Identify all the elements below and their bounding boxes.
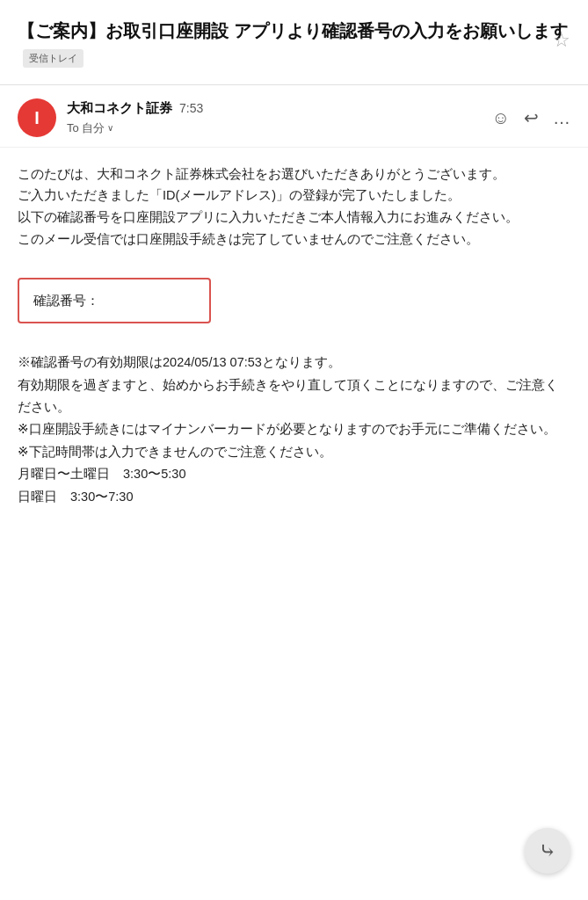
avatar: I [18, 98, 56, 137]
floating-reply-button[interactable]: ⤷ [525, 828, 570, 874]
sender-info: 大和コネクト証券 7:53 To 自分 ∨ [67, 98, 492, 138]
sender-name: 大和コネクト証券 [67, 98, 172, 119]
email-subject: 【ご案内】お取引口座開設 アプリより確認番号の入力をお願いします 受信トレイ [18, 18, 570, 70]
floating-reply-icon: ⤷ [539, 834, 556, 867]
email-container: 【ご案内】お取引口座開設 アプリより確認番号の入力をお願いします 受信トレイ ☆… [0, 0, 588, 526]
confirmation-label: 確認番号： [33, 293, 99, 308]
emoji-icon[interactable]: ☺ [492, 104, 510, 132]
more-icon[interactable]: … [553, 104, 570, 132]
footer-text: ※確認番号の有効期限は2024/05/13 07:53となります。 有効期限を過… [18, 352, 570, 508]
sender-to[interactable]: To 自分 ∨ [67, 120, 492, 138]
confirmation-box: 確認番号： [18, 278, 211, 323]
sender-actions: ☺ ↩ … [492, 104, 570, 132]
inbox-badge: 受信トレイ [23, 49, 83, 68]
sender-time: 7:53 [179, 98, 203, 118]
star-icon[interactable]: ☆ [553, 25, 570, 55]
chevron-down-icon: ∨ [107, 121, 113, 135]
body-paragraph1: このたびは、大和コネクト証券株式会社をお選びいただきありがとうございます。 ご入… [18, 163, 570, 250]
reply-icon[interactable]: ↩ [524, 104, 539, 132]
sender-row: I 大和コネクト証券 7:53 To 自分 ∨ ☺ ↩ … [0, 85, 588, 148]
email-body: このたびは、大和コネクト証券株式会社をお選びいただきありがとうございます。 ご入… [0, 148, 588, 526]
to-label: To 自分 [67, 120, 105, 138]
email-header: 【ご案内】お取引口座開設 アプリより確認番号の入力をお願いします 受信トレイ ☆ [0, 0, 588, 85]
sender-name-row: 大和コネクト証券 7:53 [67, 98, 492, 119]
subject-text: 【ご案内】お取引口座開設 アプリより確認番号の入力をお願いします [18, 21, 568, 40]
